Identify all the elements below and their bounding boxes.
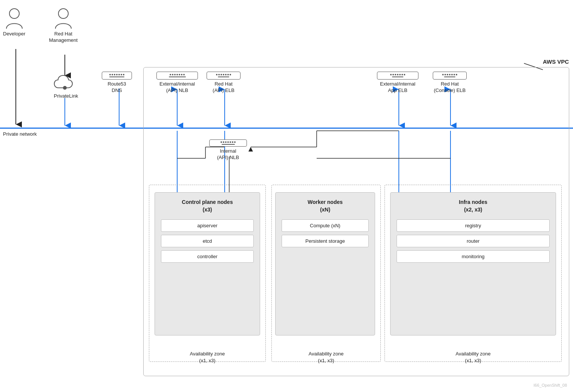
etcd-box: etcd	[161, 235, 254, 247]
svg-point-28	[63, 86, 67, 90]
worker-nodes-title: Worker nodes(xN)	[282, 199, 369, 213]
privatelink-device: PrivateLink	[49, 74, 83, 99]
controller-box: controller	[161, 250, 254, 263]
redhat-mgmt-person: Red HatManagement	[49, 8, 78, 44]
developer-person: Developer	[3, 8, 25, 37]
control-plane-nodes-group: Control plane nodes(x3) apiserver etcd c…	[155, 192, 260, 335]
route53-device: Route53DNS	[102, 72, 132, 94]
router-box: router	[397, 235, 550, 247]
control-plane-title: Control plane nodes(x3)	[161, 199, 254, 213]
persistent-storage-box: Persistent storage	[282, 235, 369, 247]
privatelink-label: PrivateLink	[54, 93, 78, 99]
az3-label: Availability zone(x1, x3)	[385, 351, 562, 364]
developer-person-icon	[5, 8, 24, 30]
az1-label: Availability zone(x1, x3)	[149, 351, 266, 364]
apiserver-box: apiserver	[161, 219, 254, 232]
privatelink-cloud-icon	[53, 74, 79, 92]
infra-nodes-title: Infra nodes(x2, x3)	[397, 199, 550, 213]
worker-nodes-group: Worker nodes(xN) Compute (xN) Persistent…	[275, 192, 375, 335]
route53-label: Route53DNS	[107, 81, 126, 94]
private-network-label: Private network	[3, 131, 37, 137]
developer-label: Developer	[3, 31, 25, 37]
route53-box	[102, 72, 132, 80]
svg-point-26	[9, 9, 19, 18]
aws-vpc-label: AWS VPC	[543, 58, 569, 65]
registry-box: registry	[397, 219, 550, 232]
compute-box: Compute (xN)	[282, 219, 369, 232]
redhat-mgmt-person-icon	[54, 8, 73, 30]
watermark: I66_OpenShift_08	[533, 383, 567, 387]
monitoring-box: monitoring	[397, 250, 550, 263]
svg-point-27	[58, 9, 68, 18]
az2-label: Availability zone(x1, x3)	[271, 351, 381, 364]
infra-nodes-group: Infra nodes(x2, x3) registry router moni…	[390, 192, 556, 335]
redhat-mgmt-label: Red HatManagement	[49, 31, 78, 44]
